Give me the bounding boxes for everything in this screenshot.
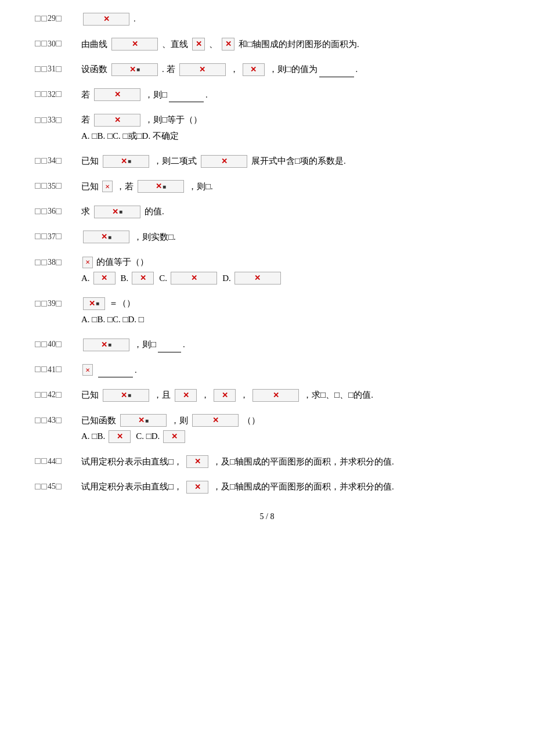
formula-39-1: ✕ ■ — [83, 297, 105, 310]
prob-num-30: 30 — [35, 37, 81, 51]
formula-30-1: ✕ — [111, 38, 158, 51]
prob-row-43-top: 43 已知函数 ✕ ■ ，则 ✕ （） — [35, 413, 260, 429]
problem-29: 29 ✕ . — [35, 12, 499, 27]
problem-41: 41 ✕ . — [35, 363, 499, 378]
formula-38-b: ✕ — [132, 272, 154, 285]
formula-45-1: ✕ — [186, 481, 208, 494]
prob-content-33: 若 ✕ ，则□等于（） — [81, 113, 202, 128]
formula-29-1: ✕ — [83, 13, 129, 26]
problem-44: 44 试用定积分表示由直线□， ✕ ，及□轴围成的平面图形的面积，并求积分的值. — [35, 455, 499, 470]
formula-42-3: ✕ — [214, 389, 236, 402]
prob-num-33: 33 — [35, 113, 81, 127]
formula-42-1: ✕ ■ — [103, 389, 149, 402]
prob-content-39: ✕ ■ ＝（） — [81, 296, 135, 311]
prob-row-38-top: 38 ✕ 的值等于（） — [35, 255, 149, 270]
problem-42: 42 已知 ✕ ■ ，且 ✕ ， ✕ ， ✕ ，求□、□、□的值. — [35, 388, 499, 403]
problem-35: 35 已知 ✕ ，若 ✕ ■ ，则□. — [35, 179, 499, 195]
formula-38-a: ✕ — [93, 272, 116, 285]
prob-row-39-top: 39 ✕ ■ ＝（） — [35, 296, 135, 311]
prob-num-36: 36 — [35, 204, 81, 218]
prob-content-41: ✕ . — [81, 363, 499, 378]
formula-36-1: ✕ ■ — [94, 206, 140, 218]
prob-content-43: 已知函数 ✕ ■ ，则 ✕ （） — [81, 413, 260, 429]
formula-35-sm: ✕ — [102, 181, 113, 192]
options-39: A. □B. □C. □D. □ — [35, 312, 144, 327]
problem-31: 31 设函数 ✕ ■ . 若 ✕ ， ✕ ，则□的值为. — [35, 62, 499, 77]
problem-43: 43 已知函数 ✕ ■ ，则 ✕ （） A. □B. ✕ C. □D. ✕ — [35, 413, 499, 444]
formula-33-1: ✕ — [94, 114, 140, 127]
formula-32-1: ✕ — [94, 88, 140, 101]
formula-43-2: ✕ — [192, 414, 239, 427]
problem-39: 39 ✕ ■ ＝（） A. □B. □C. □D. □ — [35, 296, 499, 327]
formula-41-sm: ✕ — [82, 364, 93, 376]
prob-content-45: 试用定积分表示由直线□， ✕ ，及□轴围成的平面图形的面积，并求积分的值. — [81, 480, 499, 495]
prob-num-35: 35 — [35, 179, 81, 193]
prob-content-36: 求 ✕ ■ 的值. — [81, 204, 499, 219]
prob-num-38: 38 — [35, 255, 81, 269]
prob-content-32: 若 ✕ ，则□. — [81, 88, 499, 103]
formula-42-2: ✕ — [175, 389, 197, 402]
prob-num-34: 34 — [35, 154, 81, 168]
options-43: A. □B. ✕ C. □D. ✕ — [35, 429, 187, 444]
prob-content-31: 设函数 ✕ ■ . 若 ✕ ， ✕ ，则□的值为. — [81, 62, 499, 77]
problem-34: 34 已知 ✕ ■ ，则二项式 ✕ 展开式中含□项的系数是. — [35, 154, 499, 169]
prob-num-42: 42 — [35, 388, 81, 402]
formula-30-2: ✕ — [192, 38, 205, 51]
problem-33: 33 若 ✕ ，则□等于（） A. □B. □C. □或□D. 不确定 — [35, 113, 499, 143]
prob-num-31: 31 — [35, 62, 81, 76]
formula-37-1: ✕ ■ — [83, 231, 129, 243]
formula-34-1: ✕ ■ — [103, 155, 149, 168]
prob-content-35: 已知 ✕ ，若 ✕ ■ ，则□. — [81, 179, 499, 195]
prob-num-43: 43 — [35, 413, 81, 427]
prob-content-38: ✕ 的值等于（） — [81, 255, 149, 270]
problem-37: 37 ✕ ■ ，则实数□. — [35, 230, 499, 245]
page-footer: 5 / 8 — [35, 512, 499, 521]
formula-31-3: ✕ — [243, 63, 265, 76]
prob-num-39: 39 — [35, 297, 81, 311]
prob-num-41: 41 — [35, 363, 81, 377]
problem-40: 40 ✕ ■ ，则□. — [35, 337, 499, 352]
page-number: 5 / 8 — [260, 512, 275, 521]
formula-43-b: ✕ — [109, 430, 131, 443]
problem-30: 30 由曲线 ✕ 、直线 ✕ 、 ✕ 和□轴围成的封闭图形的面积为. — [35, 37, 499, 52]
formula-42-4: ✕ — [252, 389, 299, 402]
formula-43-d: ✕ — [163, 430, 185, 443]
prob-num-45: 45 — [35, 480, 81, 494]
problem-45: 45 试用定积分表示由直线□， ✕ ，及□轴围成的平面图形的面积，并求积分的值. — [35, 480, 499, 495]
formula-38-d: ✕ — [234, 272, 281, 285]
prob-content-42: 已知 ✕ ■ ，且 ✕ ， ✕ ， ✕ ，求□、□、□的值. — [81, 388, 499, 403]
prob-content-40: ✕ ■ ，则□. — [81, 337, 499, 352]
formula-44-1: ✕ — [186, 455, 208, 468]
prob-num-29: 29 — [35, 12, 81, 26]
prob-row-33: 33 若 ✕ ，则□等于（） — [35, 113, 202, 128]
prob-content-29: ✕ . — [81, 12, 499, 27]
prob-content-30: 由曲线 ✕ 、直线 ✕ 、 ✕ 和□轴围成的封闭图形的面积为. — [81, 37, 499, 52]
formula-30-3: ✕ — [222, 38, 234, 51]
formula-38-sm: ✕ — [82, 257, 93, 268]
prob-content-37: ✕ ■ ，则实数□. — [81, 230, 499, 245]
formula-35-1: ✕ ■ — [138, 180, 184, 193]
problem-36: 36 求 ✕ ■ 的值. — [35, 204, 499, 219]
problem-32: 32 若 ✕ ，则□. — [35, 88, 499, 103]
problem-list: 29 ✕ . 30 由曲线 ✕ 、直线 ✕ 、 ✕ — [35, 12, 499, 495]
prob-num-32: 32 — [35, 88, 81, 102]
prob-num-37: 37 — [35, 230, 81, 244]
prob-content-34: 已知 ✕ ■ ，则二项式 ✕ 展开式中含□项的系数是. — [81, 154, 499, 169]
formula-38-c: ✕ — [171, 272, 217, 285]
prob-num-44: 44 — [35, 455, 81, 469]
problem-38: 38 ✕ 的值等于（） A. ✕ B. ✕ C. ✕ D. ✕ — [35, 255, 499, 286]
formula-31-1: ✕ ■ — [111, 63, 158, 76]
formula-43-1: ✕ ■ — [120, 414, 167, 427]
prob-content-44: 试用定积分表示由直线□， ✕ ，及□轴围成的平面图形的面积，并求积分的值. — [81, 455, 499, 470]
formula-31-2: ✕ — [179, 63, 226, 76]
options-33: A. □B. □C. □或□D. 不确定 — [35, 129, 179, 144]
prob-num-40: 40 — [35, 337, 81, 351]
formula-40-1: ✕ ■ — [83, 339, 129, 351]
options-38: A. ✕ B. ✕ C. ✕ D. ✕ — [35, 271, 283, 286]
formula-34-2: ✕ — [201, 155, 247, 168]
